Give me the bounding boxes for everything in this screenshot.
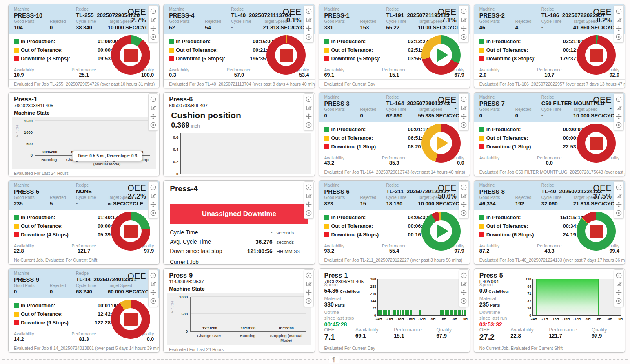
close-icon[interactable] <box>460 33 468 41</box>
move-icon[interactable] <box>460 24 468 33</box>
edit-icon[interactable] <box>305 192 313 200</box>
speed-value: 54.36 <box>324 287 339 294</box>
close-icon[interactable] <box>615 33 623 41</box>
close-icon[interactable] <box>149 33 157 41</box>
sensor-value: 0.369 <box>171 121 189 129</box>
close-icon[interactable] <box>460 297 468 305</box>
performance-label: Performance <box>526 67 572 72</box>
move-icon[interactable] <box>149 200 157 209</box>
edit-icon[interactable] <box>305 280 313 288</box>
move-icon[interactable] <box>460 288 468 297</box>
info-icon[interactable] <box>149 271 157 280</box>
move-icon[interactable] <box>615 200 623 209</box>
info-icon[interactable] <box>460 271 468 280</box>
move-icon[interactable] <box>615 288 623 297</box>
oee-label: OEE <box>127 271 146 280</box>
oee-donut-chart[interactable] <box>111 212 150 251</box>
oee-value: 50.6% <box>438 192 457 200</box>
oee-donut-chart[interactable] <box>577 124 616 163</box>
oee-donut-chart[interactable] <box>111 35 150 75</box>
move-icon[interactable] <box>615 112 623 121</box>
legend-label: Out of Tolerance: <box>21 47 83 53</box>
info-icon[interactable] <box>305 95 313 104</box>
info-icon[interactable] <box>615 183 623 192</box>
oee-block: OEE 27.2% <box>127 183 146 200</box>
move-icon[interactable] <box>149 24 157 33</box>
oee-donut-chart[interactable] <box>421 212 461 251</box>
move-icon[interactable] <box>149 288 157 297</box>
oee-donut-chart[interactable] <box>421 124 461 163</box>
card-action-strip <box>304 93 314 131</box>
edit-icon[interactable] <box>615 104 623 112</box>
info-icon[interactable] <box>615 95 623 104</box>
info-icon[interactable] <box>305 7 313 15</box>
oee-donut-chart[interactable] <box>266 35 306 75</box>
legend-label: In Production: <box>331 127 393 132</box>
info-icon[interactable] <box>305 183 313 192</box>
oee-value: - <box>438 104 457 112</box>
oee-block: OEE 50.6% <box>438 183 457 200</box>
info-icon[interactable] <box>149 183 157 192</box>
edit-icon[interactable] <box>460 15 468 24</box>
move-icon[interactable] <box>149 112 157 121</box>
close-icon[interactable] <box>149 297 157 305</box>
close-icon[interactable] <box>305 121 313 129</box>
edit-icon[interactable] <box>615 192 623 200</box>
close-icon[interactable] <box>305 297 313 305</box>
oee-value: - <box>127 280 146 288</box>
oee-donut-chart[interactable] <box>111 300 150 339</box>
move-icon[interactable] <box>615 24 623 33</box>
cushion-position-line-chart[interactable]: 00.20.40.6 <box>180 133 310 174</box>
info-icon[interactable] <box>460 183 468 192</box>
edit-icon[interactable] <box>149 104 157 112</box>
machine-state-bar-chart[interactable]: Minutes 0500100012:18:0010:10:0001:32:00… <box>167 293 311 345</box>
move-icon[interactable] <box>460 200 468 209</box>
trend-chart[interactable]: 024477194118 -24H-21H-18H-15H-12H-9H-6H-… <box>520 279 621 321</box>
edit-icon[interactable] <box>615 15 623 24</box>
edit-icon[interactable] <box>305 104 313 112</box>
edit-icon[interactable] <box>149 280 157 288</box>
edit-icon[interactable] <box>460 280 468 288</box>
info-icon[interactable] <box>615 271 623 280</box>
move-icon[interactable] <box>305 112 313 121</box>
evaluation-note: Evaluated For Current Day <box>319 344 470 352</box>
state-legend: In Production: 00:01:19 Out of Tolerance… <box>324 127 428 150</box>
oee-donut-chart[interactable] <box>421 35 461 75</box>
edit-icon[interactable] <box>149 15 157 24</box>
oee-donut-chart[interactable] <box>577 35 616 75</box>
oee-donut-chart[interactable] <box>577 212 616 251</box>
move-icon[interactable] <box>305 200 313 209</box>
edit-icon[interactable] <box>615 280 623 288</box>
close-icon[interactable] <box>149 121 157 129</box>
info-icon[interactable] <box>460 95 468 104</box>
move-icon[interactable] <box>305 288 313 297</box>
close-icon[interactable] <box>460 121 468 129</box>
info-icon[interactable] <box>149 7 157 15</box>
machine-state-bar-chart[interactable]: Minutes 05001000150020:04:0003:36:0000:1… <box>12 117 156 169</box>
close-icon[interactable] <box>615 209 623 217</box>
close-icon[interactable] <box>305 33 313 41</box>
legend-row: In Production: 01:09:00 <box>14 39 118 44</box>
move-icon[interactable] <box>305 24 313 33</box>
section-anchor-icon[interactable]: ¶ <box>329 356 339 363</box>
edit-icon[interactable] <box>460 104 468 112</box>
move-icon[interactable] <box>460 112 468 121</box>
edit-icon[interactable] <box>305 15 313 24</box>
close-icon[interactable] <box>615 121 623 129</box>
info-icon[interactable] <box>460 7 468 15</box>
legend-swatch <box>324 224 329 229</box>
info-icon[interactable] <box>149 95 157 104</box>
edit-icon[interactable] <box>460 192 468 200</box>
oee-card-header: Machine Recipe PRESS-8 TL-40_20250721224… <box>474 181 625 210</box>
close-icon[interactable] <box>149 209 157 217</box>
oee-label: OEE <box>127 183 146 192</box>
close-icon[interactable] <box>460 209 468 217</box>
close-icon[interactable] <box>305 209 313 217</box>
availability-label: Availability <box>14 243 60 248</box>
cycle-time-value: - <box>541 113 573 119</box>
close-icon[interactable] <box>615 297 623 305</box>
info-icon[interactable] <box>615 7 623 15</box>
edit-icon[interactable] <box>149 192 157 200</box>
info-icon[interactable] <box>305 271 313 280</box>
trend-chart[interactable]: 072144216288360 -24H-21H-18H-15H-12H-9H-… <box>365 279 466 321</box>
